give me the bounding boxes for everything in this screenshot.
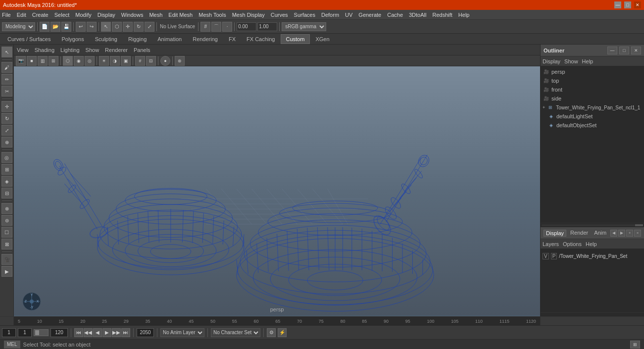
expand-icon[interactable]: + — [543, 105, 545, 110]
grid-lt-btn[interactable]: ⊟ — [1, 188, 12, 199]
goto-start-btn[interactable]: ⏮ — [74, 328, 83, 337]
layer-options-menu[interactable]: Options — [563, 241, 582, 247]
outliner-item-default-object-set[interactable]: ◈ defaultObjectSet — [541, 121, 644, 130]
outliner-close-btn[interactable]: ✕ — [631, 47, 641, 54]
tab-curves-surfaces[interactable]: Curves / Surfaces — [2, 34, 56, 44]
save-btn[interactable]: 💾 — [61, 22, 71, 32]
menu-help[interactable]: Help — [458, 12, 470, 18]
menu-curves[interactable]: Curves — [271, 12, 288, 18]
menu-3dtoall[interactable]: 3DtoAll — [409, 12, 426, 18]
layer-tab-anim[interactable]: Anim — [592, 230, 608, 237]
universal-lt-btn[interactable]: ⊕ — [1, 137, 12, 148]
mel-btn[interactable]: MEL — [4, 341, 20, 349]
menu-create[interactable]: Create — [32, 12, 49, 18]
tab-rendering[interactable]: Rendering — [187, 34, 223, 44]
outliner-maximize-btn[interactable]: □ — [619, 47, 629, 54]
script-editor-btn[interactable]: ⊞ — [630, 341, 640, 349]
outliner-item-front[interactable]: 🎥 front — [541, 85, 644, 94]
playback-speed-btn[interactable]: ⚡ — [278, 328, 287, 337]
play-back-btn[interactable]: ◀ — [93, 328, 102, 337]
snap-lt-btn[interactable]: ⊞ — [1, 164, 12, 175]
tab-animation[interactable]: Animation — [152, 34, 187, 44]
step-back-btn[interactable]: ◀◀ — [84, 328, 93, 337]
renderer-menu[interactable]: Renderer — [105, 47, 128, 53]
outliner-list[interactable]: 🎥 persp 🎥 top 🎥 front 🎥 side + ⊞ — [541, 66, 644, 223]
snap-grid[interactable]: # — [200, 22, 210, 32]
frame-slider[interactable] — [34, 329, 49, 336]
shading-menu[interactable]: Shading — [35, 47, 54, 53]
pivot-btn[interactable]: ⊗ — [1, 203, 12, 214]
cut-btn[interactable]: ✂ — [1, 86, 12, 97]
rotate-tool[interactable]: ↻ — [134, 22, 144, 32]
tab-sculpting[interactable]: Sculpting — [90, 34, 123, 44]
vp-grid-btn[interactable]: # — [135, 56, 145, 66]
select-mode-btn[interactable]: ↖ — [1, 47, 12, 57]
frame-end-input[interactable] — [50, 328, 68, 337]
render-lt-btn[interactable]: ▶ — [1, 266, 12, 277]
vp-mode1[interactable]: ■ — [27, 56, 37, 66]
vp-hud[interactable]: ⊟ — [146, 56, 156, 66]
layer-p-btn[interactable]: P — [551, 253, 557, 259]
lasso-tool[interactable]: ⬡ — [112, 22, 122, 32]
isolate-btn[interactable]: ⊠ — [1, 239, 12, 249]
mode-select[interactable]: Modeling — [2, 22, 35, 31]
nav-compass[interactable]: Y X -Y Z — [22, 292, 42, 311]
layer-next-btn[interactable]: ▶ — [618, 230, 625, 237]
coord-x[interactable] — [237, 22, 256, 31]
tab-fx-caching[interactable]: FX Caching — [241, 34, 280, 44]
maximize-button[interactable]: □ — [624, 1, 631, 8]
scale-lt-btn[interactable]: ⤢ — [1, 125, 12, 136]
menu-windows[interactable]: Windows — [121, 12, 144, 18]
tab-custom[interactable]: Custom — [281, 34, 310, 44]
char-set-select[interactable]: No Character Set — [211, 328, 260, 337]
tab-xgen[interactable]: XGen — [310, 34, 335, 44]
redo-btn[interactable]: ↪ — [87, 22, 97, 32]
outliner-options-btn[interactable]: — — [607, 47, 617, 54]
camera-lt-btn[interactable]: 🎥 — [1, 254, 12, 265]
menu-display[interactable]: Display — [98, 12, 115, 18]
coord-y[interactable] — [257, 22, 277, 31]
menu-select[interactable]: Select — [54, 12, 70, 18]
vp-mode2[interactable]: ▥ — [38, 56, 48, 66]
outliner-scrollbar[interactable] — [541, 223, 644, 227]
menu-cache[interactable]: Cache — [387, 12, 403, 18]
viewport-3d[interactable]: persp Y X -Y Z — [14, 66, 540, 316]
menu-deform[interactable]: Deform — [321, 12, 339, 18]
lighting-menu[interactable]: Lighting — [60, 47, 80, 53]
vp-wireframe[interactable]: ⬡ — [63, 56, 73, 66]
layer-add-btn[interactable]: + — [626, 230, 633, 237]
outliner-item-persp[interactable]: 🎥 persp — [541, 67, 644, 76]
outliner-item-frying-pan-set[interactable]: + ⊞ Tower_White_Frying_Pan_Set_ncl1_1 — [541, 103, 644, 112]
move-tool[interactable]: ✛ — [123, 22, 133, 32]
layer-tab-display[interactable]: Display — [544, 230, 566, 237]
layer-layers-menu[interactable]: Layers — [543, 241, 559, 247]
layer-scrollbar[interactable] — [541, 312, 644, 316]
menu-redshift[interactable]: Redshift — [432, 12, 452, 18]
menu-mesh-display[interactable]: Mesh Display — [232, 12, 265, 18]
menu-mesh[interactable]: Mesh — [149, 12, 162, 18]
rotate-lt-btn[interactable]: ↻ — [1, 113, 12, 124]
layer-v-btn[interactable]: V — [543, 253, 549, 259]
vp-light2[interactable]: ◑ — [110, 56, 120, 66]
anim-end-input[interactable] — [137, 328, 154, 337]
panels-menu[interactable]: Panels — [134, 47, 150, 53]
sculpt-btn[interactable]: ✏ — [1, 74, 12, 85]
step-fwd-btn[interactable]: ▶▶ — [112, 328, 121, 337]
frame-start-input[interactable] — [2, 328, 16, 337]
move-lt-btn[interactable]: ✛ — [1, 101, 12, 112]
view-menu[interactable]: View — [17, 47, 29, 53]
new-btn[interactable]: 📄 — [40, 22, 50, 32]
menu-edit-mesh[interactable]: Edit Mesh — [168, 12, 193, 18]
frame-current-input[interactable] — [18, 328, 32, 337]
snap-point[interactable]: · — [222, 22, 232, 32]
timeline-ruler[interactable]: 5 10 15 20 25 29 35 40 45 50 55 60 65 70… — [14, 317, 540, 325]
show-menu[interactable]: Show — [86, 47, 99, 53]
menu-generate[interactable]: Generate — [358, 12, 381, 18]
open-btn[interactable]: 📂 — [50, 22, 60, 32]
vp-shadow[interactable]: ▣ — [121, 56, 131, 66]
layer-tab-render[interactable]: Render — [568, 230, 590, 237]
menu-surfaces[interactable]: Surfaces — [294, 12, 315, 18]
outliner-display-menu[interactable]: Display — [543, 58, 560, 64]
soft-select-btn[interactable]: ◎ — [1, 152, 12, 163]
undo-btn[interactable]: ↩ — [76, 22, 86, 32]
